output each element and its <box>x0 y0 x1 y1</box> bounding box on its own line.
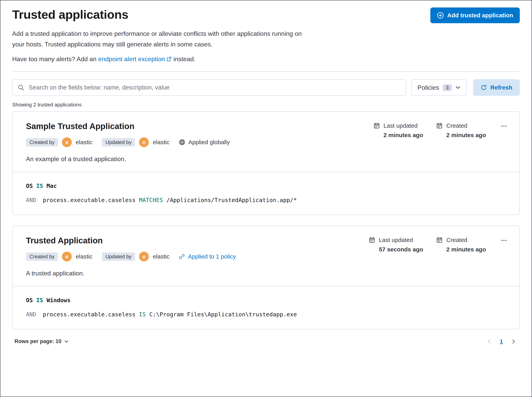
calendar-icon <box>436 237 442 243</box>
page-title: Trusted applications <box>12 7 128 21</box>
search-icon <box>18 84 24 91</box>
trusted-applications-page: Trusted applications Add trusted applica… <box>0 0 532 397</box>
search-input[interactable] <box>29 84 401 91</box>
condition-operator: IS <box>139 311 146 318</box>
page-description-line1: Add a trusted application to improve per… <box>12 30 302 37</box>
plus-circle-icon <box>437 12 444 19</box>
card-conditions: OS IS Mac AND process.executable.caseles… <box>12 172 520 215</box>
condition-operator: IS <box>36 297 43 304</box>
refresh-icon <box>481 84 487 91</box>
created-by-avatar: e <box>62 137 72 147</box>
condition-line: AND process.executable.caseless MATCHES … <box>26 196 506 205</box>
chevron-down-icon <box>455 85 460 90</box>
created-meta: Created 2 minutes ago <box>436 122 486 138</box>
pagination: 1 <box>485 337 517 346</box>
created-label: Created <box>446 237 486 243</box>
condition-value: C:\Program Files\Application\trustedapp.… <box>149 311 297 318</box>
created-by-avatar: e <box>62 252 72 261</box>
created-by-name: elastic <box>76 139 92 146</box>
previous-page-button[interactable] <box>485 337 494 346</box>
scope-label: Applied to 1 policy <box>188 253 236 260</box>
trusted-app-description: A trusted application. <box>26 270 506 277</box>
add-trusted-application-label: Add trusted application <box>447 12 513 19</box>
condition-field: process.executable.caseless <box>43 311 135 318</box>
condition-operator: MATCHES <box>139 197 163 203</box>
condition-operator: IS <box>36 183 43 189</box>
rows-per-page-button[interactable]: Rows per page: 10 <box>12 336 71 347</box>
add-trusted-application-button[interactable]: Add trusted application <box>430 7 520 23</box>
applied-policy-link[interactable]: Applied to 1 policy <box>179 253 236 260</box>
chevron-down-icon <box>64 339 69 344</box>
card-badges-row: Created by e elastic Updated by e elasti… <box>26 252 506 261</box>
scope-indicator: Applied globally <box>179 139 230 146</box>
rows-per-page-label: Rows per page: 10 <box>15 338 61 344</box>
created-value: 2 minutes ago <box>446 132 486 138</box>
created-meta: Created 2 minutes ago <box>436 237 486 253</box>
alerts-hint-prefix: Have too many alerts? Add an <box>12 56 97 62</box>
condition-field: OS <box>26 183 33 189</box>
endpoint-alert-exception-link[interactable]: endpoint alert exception <box>98 56 172 62</box>
refresh-label: Refresh <box>490 84 512 91</box>
table-footer: Rows per page: 10 1 <box>12 336 520 347</box>
page-description: Add a trusted application to improve per… <box>12 28 520 50</box>
external-link-icon <box>166 56 172 63</box>
created-by-badge: Created by <box>26 138 58 147</box>
card-actions-menu-button[interactable] <box>499 121 508 131</box>
condition-value: /Applications/TrustedApplication.app/* <box>166 197 297 203</box>
page-number-button[interactable]: 1 <box>500 338 503 345</box>
created-by-badge: Created by <box>26 252 58 261</box>
alerts-hint: Have too many alerts? Add an endpoint al… <box>12 56 520 63</box>
condition-line: OS IS Mac <box>26 182 506 190</box>
card-badges-row: Created by e elastic Updated by e elasti… <box>26 137 506 147</box>
trusted-app-card: Trusted Application Created by e elastic… <box>12 226 520 329</box>
boxes-horizontal-icon <box>501 237 507 243</box>
updated-by-name: elastic <box>153 253 170 260</box>
scope-label: Applied globally <box>188 139 230 146</box>
condition-conjunction: AND <box>26 197 36 203</box>
policies-filter-label: Policies <box>418 84 439 91</box>
card-actions-menu-button[interactable] <box>499 236 508 245</box>
condition-field: process.executable.caseless <box>43 197 135 203</box>
condition-line: AND process.executable.caseless IS C:\Pr… <box>26 310 506 319</box>
last-updated-meta: Last updated 2 minutes ago <box>374 122 423 138</box>
card-header: Trusted Application Created by e elastic… <box>12 226 520 286</box>
updated-by-badge: Updated by <box>102 252 135 261</box>
created-label: Created <box>446 122 486 129</box>
trusted-app-description: An example of a trusted application. <box>26 155 506 163</box>
results-count: Showing 2 trusted applications <box>12 102 520 108</box>
created-value: 2 minutes ago <box>446 246 486 253</box>
created-by-name: elastic <box>76 253 92 260</box>
policies-filter-button[interactable]: Policies 3 <box>411 79 467 96</box>
condition-value: Mac <box>47 183 57 189</box>
page-description-line2: your hosts. Trusted applications may sti… <box>12 41 213 48</box>
last-updated-meta: Last updated 57 seconds ago <box>369 237 423 253</box>
card-meta: Last updated 57 seconds ago Created 2 mi… <box>369 237 508 253</box>
search-box <box>12 79 406 96</box>
controls-row: Policies 3 Refresh <box>12 79 520 96</box>
condition-conjunction: AND <box>26 311 36 318</box>
globe-icon <box>179 139 185 145</box>
alerts-hint-suffix: instead. <box>173 56 196 62</box>
policy-link-icon <box>179 254 185 260</box>
chevron-right-icon <box>511 339 516 344</box>
last-updated-label: Last updated <box>379 237 423 243</box>
card-header: Sample Trusted Application Created by e … <box>12 112 520 172</box>
updated-by-avatar: e <box>139 252 149 261</box>
chevron-left-icon <box>487 339 492 344</box>
condition-line: OS IS Windows <box>26 296 506 304</box>
next-page-button[interactable] <box>509 337 517 346</box>
page-header: Trusted applications Add trusted applica… <box>12 7 520 23</box>
card-conditions: OS IS Windows AND process.executable.cas… <box>12 286 520 329</box>
calendar-icon <box>369 237 375 243</box>
card-meta: Last updated 2 minutes ago Created 2 min… <box>374 122 508 138</box>
condition-value: Windows <box>47 297 71 304</box>
policies-count-badge: 3 <box>443 84 452 91</box>
refresh-button[interactable]: Refresh <box>473 79 520 96</box>
last-updated-label: Last updated <box>384 122 423 129</box>
updated-by-name: elastic <box>153 139 170 146</box>
last-updated-value: 2 minutes ago <box>384 132 423 138</box>
header-divider <box>12 71 520 72</box>
updated-by-avatar: e <box>139 137 149 147</box>
boxes-horizontal-icon <box>501 123 507 129</box>
last-updated-value: 57 seconds ago <box>379 246 423 253</box>
